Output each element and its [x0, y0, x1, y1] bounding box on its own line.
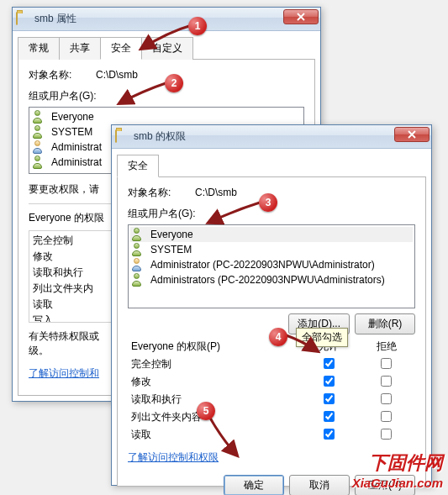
allow-checkbox[interactable]: [324, 393, 335, 404]
object-name-label: 对象名称:: [29, 68, 96, 82]
step-badge-5: 5: [197, 402, 215, 420]
allow-checkbox[interactable]: [324, 358, 335, 369]
cancel-button[interactable]: 取消: [289, 475, 350, 495]
tab-sharing[interactable]: 共享: [59, 37, 101, 60]
perm-row: 读取和执行: [128, 391, 415, 408]
perm-row: 列出文件夹内容: [128, 408, 415, 426]
deny-checkbox[interactable]: [381, 429, 392, 440]
list-item[interactable]: SYSTEM: [130, 242, 413, 257]
deny-checkbox[interactable]: [381, 393, 392, 404]
group-icon: [33, 155, 46, 169]
object-name-value: C:\D\smb: [96, 69, 138, 81]
tab-security[interactable]: 安全: [100, 37, 142, 60]
perm-row: 修改: [128, 373, 415, 391]
window-title: smb 属性: [34, 12, 76, 26]
deny-header: 拒绝: [358, 338, 415, 355]
permissions-table: Everyone 的权限(P) 允许 拒绝 完全控制 修改 读取和执行 列出文件…: [128, 338, 415, 444]
group-icon: [132, 228, 145, 241]
groups-label: 组或用户名(G):: [29, 89, 304, 103]
allow-checkbox[interactable]: [324, 376, 335, 387]
step-badge-2: 2: [165, 74, 183, 92]
step-badge-1: 1: [188, 17, 207, 35]
allow-checkbox[interactable]: [324, 411, 335, 422]
group-icon: [132, 243, 145, 256]
deny-checkbox[interactable]: [381, 376, 392, 387]
step-badge-4: 4: [269, 328, 287, 346]
object-name-value: C:\D\smb: [195, 187, 237, 198]
folder-icon: [16, 13, 29, 26]
list-item: Everyone: [31, 109, 302, 124]
close-button[interactable]: [394, 127, 430, 142]
titlebar[interactable]: smb 的权限: [112, 125, 431, 149]
list-item[interactable]: Administrator (PC-20220903NPWU\Administr…: [130, 257, 413, 272]
perm-row: 完全控制: [128, 355, 415, 373]
deny-checkbox[interactable]: [381, 358, 392, 369]
step-badge-3: 3: [259, 193, 277, 212]
list-item[interactable]: Administrators (PC-20220903NPWU\Administ…: [130, 272, 413, 287]
acl-help-link[interactable]: 了解访问控制和权限: [128, 451, 219, 463]
close-button[interactable]: [283, 9, 319, 24]
allow-checkbox[interactable]: [324, 429, 335, 440]
groups-listbox[interactable]: Everyone SYSTEM Administrator (PC-202209…: [128, 224, 415, 308]
remove-button[interactable]: 删除(R): [355, 313, 415, 334]
acl-help-link[interactable]: 了解访问控制和: [29, 367, 99, 379]
window-title: smb 的权限: [134, 129, 186, 144]
deny-checkbox[interactable]: [381, 411, 392, 422]
tab-security[interactable]: 安全: [117, 155, 159, 177]
tabstrip: 安全: [117, 154, 426, 177]
permissions-window: smb 的权限 安全 对象名称: C:\D\smb 组或用户名(G): Ever…: [111, 124, 432, 486]
tab-custom[interactable]: 自定义: [141, 37, 193, 60]
group-icon: [33, 125, 46, 139]
annotation-tooltip: 全部勾选: [296, 328, 348, 347]
user-icon: [132, 258, 145, 271]
apply-button[interactable]: 应用(A): [355, 475, 415, 495]
group-icon: [33, 110, 46, 124]
user-icon: [33, 140, 46, 154]
folder-icon: [115, 130, 129, 144]
ok-button[interactable]: 确定: [224, 475, 284, 495]
tab-general[interactable]: 常规: [18, 37, 60, 60]
list-item[interactable]: Everyone: [130, 227, 413, 242]
titlebar[interactable]: smb 属性: [13, 8, 320, 31]
tabstrip: 常规 共享 安全 自定义: [18, 36, 315, 60]
perm-row: 读取: [128, 426, 415, 444]
group-icon: [132, 273, 145, 287]
object-name-label: 对象名称:: [128, 186, 195, 200]
